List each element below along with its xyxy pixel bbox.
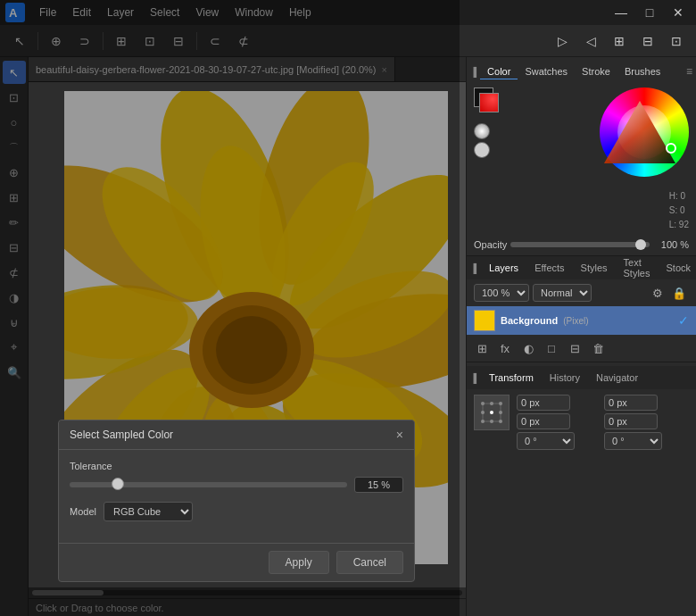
dialog-title: Select Sampled Color: [70, 429, 173, 441]
layer-settings-btn[interactable]: ⚙: [648, 283, 667, 303]
white-swatch[interactable]: [474, 123, 490, 139]
tolerance-slider-thumb[interactable]: [112, 478, 124, 490]
svg-point-29: [499, 402, 502, 405]
layers-toolbar: ⊞ fx ◐ □ ⊟ 🗑: [467, 335, 696, 362]
cancel-button[interactable]: Cancel: [336, 551, 403, 574]
svg-point-34: [490, 420, 493, 423]
transform-anchor-icon: [474, 395, 510, 430]
svg-point-32: [499, 411, 502, 414]
select-s[interactable]: 0 °: [604, 432, 662, 450]
l-value: L: 92: [669, 218, 689, 232]
fg-bg-swatches: [474, 87, 502, 116]
color-swatches-left: [474, 87, 502, 232]
tab-effects[interactable]: Effects: [527, 261, 571, 275]
tab-transform[interactable]: Transform: [482, 370, 541, 385]
svg-point-25: [667, 144, 675, 153]
tolerance-label: Tolerance: [70, 461, 403, 471]
tolerance-slider[interactable]: [70, 482, 347, 487]
input-w[interactable]: [517, 413, 570, 429]
svg-marker-24: [604, 101, 675, 163]
opacity-slider[interactable]: [510, 242, 650, 247]
duplicate-layer-btn[interactable]: ⊟: [565, 338, 584, 358]
input-x[interactable]: [517, 395, 570, 411]
color-panel-collapse[interactable]: ▐: [470, 67, 476, 77]
tab-layers[interactable]: Layers: [482, 261, 526, 275]
layer-name: Background (Pixel): [501, 315, 673, 326]
color-triangle-svg: [591, 87, 689, 186]
hsl-values: H: 0 S: 0 L: 92: [669, 189, 689, 232]
tab-brushes[interactable]: Brushes: [617, 64, 667, 79]
panel-menu-icon[interactable]: ≡: [686, 65, 692, 78]
select-r[interactable]: 0 °: [517, 432, 575, 450]
layer-row[interactable]: Background (Pixel) ✓: [467, 306, 696, 335]
maximize-button[interactable]: □: [637, 0, 662, 25]
color-content: H: 0 S: 0 L: 92: [467, 82, 696, 237]
layers-tabs: ▐ Layers Effects Styles Text Styles Stoc…: [467, 256, 696, 279]
field-r: 0 °: [517, 432, 601, 450]
new-layer-btn[interactable]: □: [542, 338, 561, 358]
layer-visibility-check[interactable]: ✓: [678, 313, 689, 328]
layers-panel: ▐ Layers Effects Styles Text Styles Stoc…: [467, 256, 696, 362]
transform-tabs: ▐ Transform History Navigator: [467, 366, 696, 389]
transform-panel: ▐ Transform History Navigator: [467, 362, 696, 459]
svg-point-35: [499, 420, 502, 423]
opacity-control: 100 % Normal ⚙ 🔒: [467, 279, 696, 306]
transform-content: 0 ° 0 °: [467, 389, 696, 455]
opacity-label: Opacity: [474, 239, 507, 250]
gray-swatch[interactable]: [474, 142, 490, 158]
field-y: [604, 395, 689, 411]
opacity-slider-thumb[interactable]: [635, 239, 646, 250]
dialog-header: Select Sampled Color ×: [59, 420, 414, 450]
tab-styles[interactable]: Styles: [574, 261, 615, 275]
transform-fields: 0 ° 0 °: [517, 395, 689, 450]
layer-controls-right: ⚙ 🔒: [648, 283, 689, 303]
opacity-row: Opacity 100 %: [467, 237, 696, 252]
settings-btn[interactable]: ⊡: [664, 29, 689, 54]
mask-btn[interactable]: ◐: [518, 338, 538, 358]
fx-btn[interactable]: fx: [495, 338, 515, 358]
transform-collapse-icon[interactable]: ▐: [470, 373, 476, 383]
input-h[interactable]: [604, 413, 658, 429]
color-wheel-wrapper[interactable]: [591, 87, 689, 186]
tab-text-styles[interactable]: Text Styles: [617, 255, 658, 280]
grid-btn[interactable]: ⊞: [607, 29, 632, 54]
tolerance-row: 15 %: [70, 477, 403, 493]
layers-collapse-icon[interactable]: ▐: [470, 263, 476, 273]
add-layer-btn[interactable]: ⊞: [472, 338, 492, 358]
model-label: Model: [70, 506, 96, 517]
input-y[interactable]: [604, 395, 658, 411]
delete-layer-btn[interactable]: 🗑: [588, 338, 608, 358]
field-w: [517, 413, 601, 429]
tab-color[interactable]: Color: [480, 64, 518, 79]
minimize-button[interactable]: —: [609, 0, 634, 25]
tab-history[interactable]: History: [543, 370, 587, 385]
apply-button[interactable]: Apply: [269, 551, 329, 574]
play-btn[interactable]: ◁: [578, 29, 603, 54]
close-button[interactable]: ✕: [666, 0, 691, 25]
svg-point-27: [481, 402, 485, 405]
layer-lock-btn[interactable]: 🔒: [669, 283, 689, 303]
field-h: [604, 413, 689, 429]
tolerance-value[interactable]: 15 %: [354, 477, 403, 493]
tab-stroke[interactable]: Stroke: [575, 64, 617, 79]
layer-type: (Pixel): [563, 316, 588, 326]
field-x: [517, 395, 601, 411]
opacity-value: 100 %: [653, 239, 689, 250]
fg-swatch[interactable]: [479, 93, 499, 112]
dialog-body: Tolerance 15 % Model RGB Cube HSL HSV: [59, 450, 414, 543]
field-s: 0 °: [604, 432, 689, 450]
triangle-btn[interactable]: ▷: [550, 29, 575, 54]
svg-point-31: [490, 411, 493, 414]
dialog-close-button[interactable]: ×: [396, 428, 403, 442]
tab-swatches[interactable]: Swatches: [518, 64, 575, 79]
export-btn[interactable]: ⊟: [635, 29, 660, 54]
s-value: S: 0: [669, 204, 689, 218]
model-dropdown[interactable]: RGB Cube HSL HSV: [104, 502, 193, 521]
right-panel: ▐ Color Swatches Stroke Brushes ≡: [466, 57, 696, 616]
layer-opacity-dropdown[interactable]: 100 %: [474, 284, 529, 302]
tab-navigator[interactable]: Navigator: [589, 370, 645, 385]
color-panel-tabs: ▐ Color Swatches Stroke Brushes ≡: [467, 61, 696, 82]
tab-stock[interactable]: Stock: [659, 261, 697, 275]
color-wheel-container: H: 0 S: 0 L: 92: [508, 87, 689, 232]
blend-mode-dropdown[interactable]: Normal: [533, 284, 592, 302]
